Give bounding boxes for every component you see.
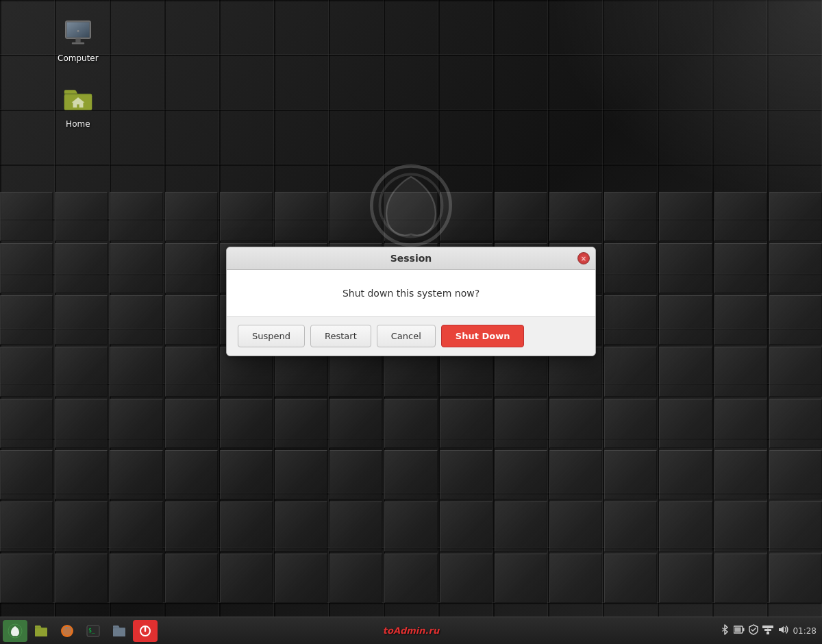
svg-rect-26 xyxy=(762,626,773,628)
branding-text: toAdmin.ru xyxy=(383,626,439,636)
svg-rect-24 xyxy=(767,632,769,634)
firefox-button[interactable] xyxy=(55,620,79,642)
suspend-button[interactable]: Suspend xyxy=(238,325,305,347)
taskbar-right: 01:28 xyxy=(720,623,819,638)
shutdown-button[interactable]: Shut Down xyxy=(441,325,525,347)
power-button[interactable] xyxy=(133,620,158,642)
close-icon: × xyxy=(581,255,586,262)
battery-symbol xyxy=(734,625,745,634)
terminal-button[interactable]: $_ xyxy=(81,620,105,642)
dialog-body: Shut down this system now? xyxy=(227,270,595,316)
files-icon xyxy=(34,624,48,638)
dialog-buttons: Suspend Restart Cancel Shut Down xyxy=(227,316,595,356)
firefox-icon xyxy=(60,624,74,638)
taskbar-branding: toAdmin.ru xyxy=(383,626,439,636)
battery-icon[interactable] xyxy=(734,625,745,636)
mint-logo-icon xyxy=(8,623,23,639)
volume-symbol xyxy=(777,625,788,634)
taskbar-left: $_ xyxy=(3,620,158,642)
svg-rect-18 xyxy=(113,628,125,636)
terminal-icon: $_ xyxy=(86,624,100,638)
bluetooth-icon[interactable] xyxy=(720,623,730,638)
dialog-message: Shut down this system now? xyxy=(342,288,480,299)
shield-symbol xyxy=(749,624,758,635)
bluetooth-symbol xyxy=(720,623,730,636)
taskbar: $_ toAdmin.ru xyxy=(0,617,822,644)
close-button[interactable]: × xyxy=(577,252,590,264)
desktop: // Generate tiles for(let i=0; i<120; i+… xyxy=(0,0,822,644)
modal-overlay: Session × Shut down this system now? Sus… xyxy=(0,0,822,644)
restart-button[interactable]: Restart xyxy=(310,325,371,347)
shield-icon[interactable] xyxy=(749,624,758,637)
svg-rect-23 xyxy=(735,628,741,632)
dialog-title: Session xyxy=(390,253,432,264)
svg-text:$_: $_ xyxy=(88,628,95,634)
files2-button[interactable] xyxy=(107,620,132,642)
volume-icon[interactable] xyxy=(777,625,788,636)
files2-icon xyxy=(112,624,126,638)
power-icon xyxy=(138,624,152,638)
taskbar-clock: 01:28 xyxy=(793,626,817,636)
network-icon[interactable] xyxy=(762,625,773,636)
cancel-button[interactable]: Cancel xyxy=(377,325,436,347)
files-button[interactable] xyxy=(29,620,53,642)
svg-rect-12 xyxy=(35,628,47,636)
dialog-header: Session × xyxy=(227,247,595,270)
mint-menu-button[interactable] xyxy=(3,620,27,642)
network-symbol xyxy=(762,625,773,634)
session-dialog: Session × Shut down this system now? Sus… xyxy=(226,247,596,356)
svg-rect-22 xyxy=(743,628,745,632)
